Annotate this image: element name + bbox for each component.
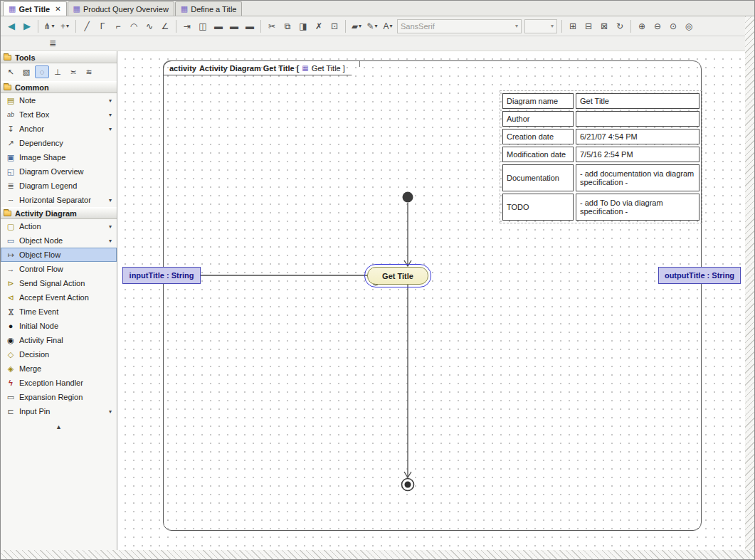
info-name-cell[interactable]: TODO <box>502 194 574 221</box>
info-table-row: Diagram nameGet Title <box>502 93 699 109</box>
tab-define-a-title[interactable]: ▦Define a Title <box>175 1 243 16</box>
palette-item-decision[interactable]: ◇Decision <box>1 347 117 361</box>
palette-item-merge[interactable]: ◈Merge <box>1 361 117 376</box>
line-color-button[interactable]: ✎▾ <box>364 19 380 33</box>
info-name-cell[interactable]: Documentation <box>502 164 574 191</box>
rect-select-tool-button[interactable]: ▧ <box>19 65 33 78</box>
palette-item-activity-final[interactable]: ◉Activity Final <box>1 333 117 347</box>
section-header-common[interactable]: Common <box>1 81 117 93</box>
info-value-cell[interactable]: 7/5/16 2:54 PM <box>576 147 699 162</box>
palette-item-control-flow[interactable]: →Control Flow <box>1 262 117 276</box>
info-name-cell[interactable]: Creation date <box>502 129 574 144</box>
tab-get-title[interactable]: ▦Get Title✕ <box>3 1 67 16</box>
section-header-activity-diagram[interactable]: Activity Diagram <box>1 207 117 219</box>
palette-item-diagram-overview[interactable]: ◱Diagram Overview <box>1 164 117 179</box>
oblique-path-button[interactable]: ╱ <box>79 19 95 33</box>
info-value-cell[interactable]: - add To Do via diagram specification - <box>576 194 699 221</box>
palette-item-diagram-legend[interactable]: ≣Diagram Legend <box>1 179 117 193</box>
palette-item-horizontal-separator[interactable]: ┄Horizontal Separator▾ <box>1 193 117 207</box>
palette-item-label: Dependency <box>19 139 112 147</box>
font-family-select[interactable]: SansSerif ▾ <box>397 19 522 33</box>
toolbar-separator <box>176 20 176 33</box>
curved-path-button[interactable]: ◠ <box>126 19 142 33</box>
align-right-button[interactable]: ▬ <box>242 19 258 33</box>
distribute-tool-button[interactable]: ≍ <box>66 65 80 78</box>
palette-item-dependency[interactable]: ↗Dependency <box>1 136 117 150</box>
collapse-palette-button[interactable]: ▲ <box>1 418 117 435</box>
palette-item-send-signal-action[interactable]: ⊳Send Signal Action <box>1 276 117 290</box>
diagram-canvas[interactable]: activity Activity Diagram Get Title [ ▦ … <box>117 51 746 551</box>
activity-diagram-icon: ▦ <box>73 5 80 13</box>
diagram-info-table[interactable]: Diagram nameGet TitleAuthorCreation date… <box>502 93 699 221</box>
zoom-in-button[interactable]: ⊕ <box>634 19 650 33</box>
quick-connect-tool-button[interactable]: ◌ <box>35 65 49 78</box>
palette-item-time-event[interactable]: ⋈Time Event <box>1 305 117 319</box>
palette-item-exception-handler[interactable]: ϟException Handler <box>1 376 117 390</box>
palette-item-object-node[interactable]: ▭Object Node▾ <box>1 233 117 248</box>
snap-button[interactable]: ⇥ <box>179 19 195 33</box>
exception-handler-icon: ϟ <box>5 379 16 387</box>
align-left-button[interactable]: ▬ <box>211 19 226 33</box>
palette-item-initial-node[interactable]: ●Initial Node <box>1 319 117 333</box>
palette-item-action[interactable]: ▢Action▾ <box>1 219 117 233</box>
fill-color-icon: ▰ <box>352 22 358 31</box>
add-shape-button[interactable]: +▾ <box>57 19 73 33</box>
info-name-cell[interactable]: Diagram name <box>502 93 574 109</box>
palette-item-object-flow[interactable]: ↦Object Flow <box>1 248 117 262</box>
adjust-path-button[interactable]: ∠ <box>157 19 173 33</box>
info-value-cell[interactable]: - add documentation via diagram specific… <box>576 164 699 191</box>
rectilinear-path-button[interactable]: Γ <box>95 19 110 33</box>
fill-color-button[interactable]: ▰▾ <box>349 19 364 33</box>
font-size-select[interactable]: ▾ <box>524 19 557 33</box>
cut-button[interactable]: ✂ <box>264 19 280 33</box>
spline-path-icon: ∿ <box>146 22 153 31</box>
input-object-node[interactable]: inputTitle : String <box>122 267 201 284</box>
palette-item-text-box[interactable]: abText Box▾ <box>1 107 117 122</box>
info-name-cell[interactable]: Modification date <box>502 147 574 162</box>
insert-diagram-button[interactable]: ⊞ <box>565 19 581 33</box>
output-object-node[interactable]: outputTitle : String <box>658 267 741 284</box>
tab-product-query-overview[interactable]: ▦Product Query Overview <box>68 1 174 16</box>
align-center-button[interactable]: ▬ <box>226 19 242 33</box>
toolbar-separator <box>38 20 38 33</box>
close-icon[interactable]: ✕ <box>55 5 60 13</box>
palette-item-image-shape[interactable]: ▣Image Shape <box>1 150 117 164</box>
back-button[interactable]: ◀ <box>4 19 19 33</box>
forward-button[interactable]: ▶ <box>19 19 35 33</box>
font-color-button[interactable]: A▾ <box>380 19 396 33</box>
palette-item-expansion-region[interactable]: ▭Expansion Region <box>1 390 117 404</box>
palette-item-accept-event-action[interactable]: ⊲Accept Event Action <box>1 290 117 305</box>
paste-button[interactable]: ◨ <box>295 19 311 33</box>
align-bottom-tool-button[interactable]: ⊥ <box>51 65 65 78</box>
make-same-size-button[interactable]: ◫ <box>195 19 211 33</box>
info-value-cell[interactable]: 6/21/07 4:54 PM <box>576 129 699 144</box>
frame-title[interactable]: activity Activity Diagram Get Title [ ▦ … <box>163 60 360 75</box>
info-value-cell[interactable] <box>576 111 699 127</box>
info-name-cell[interactable]: Author <box>502 111 574 127</box>
clone-button[interactable]: ⊡ <box>327 19 342 33</box>
hierarchy-button[interactable]: ⋔▾ <box>41 19 57 33</box>
info-value-cell[interactable]: Get Title <box>576 93 699 109</box>
delete-button[interactable]: ✗ <box>311 19 327 33</box>
zoom-out-button[interactable]: ⊖ <box>650 19 665 33</box>
rounded-path-button[interactable]: ⌐ <box>110 19 126 33</box>
refresh-button[interactable]: ↻ <box>612 19 628 33</box>
palette-item-note[interactable]: ▤Note▾ <box>1 93 117 107</box>
curved-path-icon: ◠ <box>130 22 137 31</box>
resize-tool-button[interactable]: ≋ <box>82 65 96 78</box>
zoom-selection-button[interactable]: ◎ <box>681 19 697 33</box>
zoom-fit-button[interactable]: ⊙ <box>665 19 681 33</box>
horizontal-separator-icon: ┄ <box>5 196 16 204</box>
torn-edge-right <box>745 16 754 559</box>
insert-matrix-button[interactable]: ⊠ <box>596 19 612 33</box>
spline-path-button[interactable]: ∿ <box>142 19 157 33</box>
select-cursor-tool-button[interactable]: ↖ <box>4 65 18 78</box>
palette-item-input-pin[interactable]: ⊏Input Pin▾ <box>1 404 117 418</box>
insert-table-button[interactable]: ⊟ <box>581 19 596 33</box>
copy-button[interactable]: ⧉ <box>280 19 295 33</box>
toolbar-separator <box>630 20 631 33</box>
containment-tree-button[interactable]: ≣ <box>45 36 60 51</box>
palette-item-anchor[interactable]: ↧Anchor▾ <box>1 122 117 136</box>
section-header-tools[interactable]: Tools <box>1 51 117 63</box>
action-get-title[interactable]: Get Title <box>367 267 428 285</box>
